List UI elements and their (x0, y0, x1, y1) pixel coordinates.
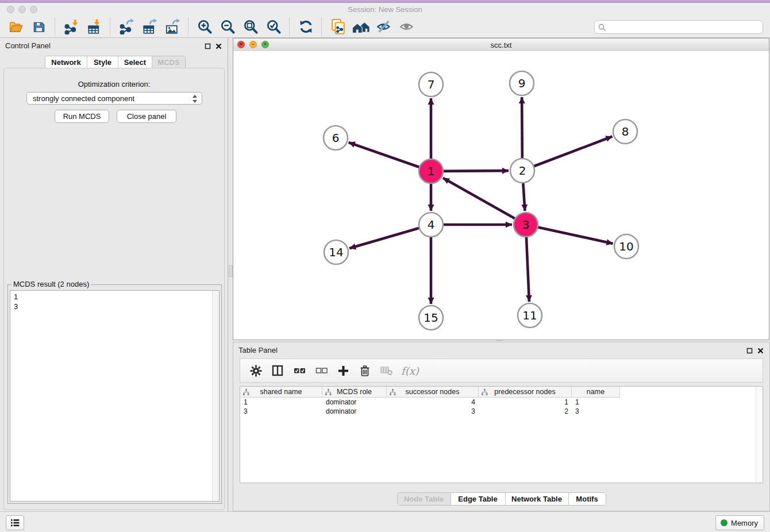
table-cell[interactable]: 4 (387, 398, 479, 407)
table-cell[interactable]: 1 (240, 398, 322, 407)
graph-node-label: 3 (522, 218, 530, 232)
column-header-successor-nodes[interactable]: successor nodes (387, 387, 479, 398)
save-session-button[interactable] (30, 18, 48, 36)
control-panel: Control Panel Network Style Select MCDS … (0, 38, 228, 511)
import-network-button[interactable] (62, 18, 80, 36)
zoom-in-button[interactable] (195, 18, 214, 36)
table-cell[interactable]: dominator (322, 407, 387, 416)
zoom-out-button[interactable] (218, 18, 237, 36)
close-panel-button[interactable] (214, 42, 222, 50)
show-all-button[interactable] (398, 18, 416, 36)
close-icon (757, 348, 764, 354)
network-canvas[interactable]: 7968124314101511 (233, 51, 769, 340)
graph-edge-2-3[interactable] (523, 182, 525, 211)
column-tree-icon (390, 389, 396, 397)
float-panel-button[interactable] (203, 42, 211, 50)
control-panel-header[interactable]: Control Panel (0, 38, 228, 53)
tab-network[interactable]: Network (45, 56, 87, 68)
export-image-button[interactable] (163, 18, 182, 36)
graph-node-label: 14 (329, 245, 343, 259)
table-cell[interactable]: 3 (572, 407, 620, 416)
tab-node-table[interactable]: Node Table (398, 493, 451, 505)
zoom-in-icon (197, 19, 213, 34)
table-panel-tabs: Node Table Edge Table Network Table Moti… (397, 492, 606, 506)
close-panel-button-mcds[interactable]: Close panel (117, 110, 176, 123)
run-mcds-button[interactable]: Run MCDS (55, 110, 109, 123)
table-cell[interactable]: 1 (479, 398, 572, 407)
column-header-shared-name[interactable]: shared name (240, 387, 322, 398)
refresh-view-button[interactable] (297, 18, 315, 36)
float-table-panel-button[interactable] (745, 346, 753, 354)
checked-boxes-icon (294, 365, 306, 376)
select-all-checkboxes-button[interactable] (291, 362, 308, 379)
column-layout-button[interactable] (269, 362, 286, 379)
graph-edge-3-1[interactable] (443, 178, 517, 219)
float-icon (746, 348, 753, 354)
zoom-fit-button[interactable] (241, 18, 260, 36)
task-history-button[interactable] (6, 515, 24, 530)
graph-edge-1-2[interactable] (442, 171, 509, 171)
criterion-select[interactable]: strongly connected component (26, 92, 202, 105)
table-cell[interactable]: 2 (479, 407, 572, 416)
search-input[interactable] (608, 22, 763, 32)
graph-edge-3-11[interactable] (526, 236, 529, 302)
mcds-result-area[interactable]: 1 3 (10, 290, 220, 502)
table-cell[interactable]: 1 (572, 398, 620, 407)
vertical-splitter[interactable] (228, 38, 233, 511)
graph-edge-3-10[interactable] (537, 227, 613, 244)
table-scrollbar[interactable] (756, 387, 763, 483)
delete-column-button[interactable] (356, 362, 374, 379)
result-scrollbar[interactable] (212, 291, 219, 501)
deselect-all-checkboxes-button[interactable] (313, 362, 330, 379)
splitter-grip[interactable] (229, 265, 233, 277)
graph-node-label: 2 (519, 164, 526, 178)
graph-node-label: 6 (332, 131, 340, 145)
table-cell[interactable]: dominator (322, 398, 387, 407)
graph-edge-2-9[interactable] (522, 97, 522, 160)
column-header-predecessor-nodes[interactable]: predecessor nodes (479, 387, 572, 398)
search-field[interactable] (594, 20, 763, 34)
graph-edge-4-14[interactable] (349, 228, 421, 248)
table-cell[interactable]: 3 (240, 407, 322, 416)
plus-icon (337, 365, 349, 377)
first-neighbors-button[interactable] (352, 18, 370, 36)
table-row[interactable]: 3dominator323 (240, 407, 763, 416)
function-builder-button[interactable]: f(x) (401, 365, 419, 377)
column-header-label: successor nodes (406, 388, 460, 396)
zoom-selected-button[interactable] (264, 18, 283, 36)
network-view-window: scc.txt 7968124314101511 (233, 38, 769, 340)
table-settings-button[interactable] (247, 362, 264, 379)
tab-select[interactable]: Select (118, 56, 152, 68)
table-toolbar: f(x) (240, 358, 763, 383)
memory-button[interactable]: Memory (715, 515, 764, 530)
column-header-name[interactable]: name (572, 387, 620, 398)
export-table-icon (142, 19, 157, 34)
add-column-button[interactable] (334, 362, 352, 379)
clone-network-button[interactable] (329, 18, 347, 36)
column-header-MCDS-role[interactable]: MCDS role (322, 387, 387, 398)
tab-style[interactable]: Style (87, 56, 118, 68)
control-panel-title: Control Panel (5, 41, 51, 50)
table-row[interactable]: 1dominator411 (240, 398, 763, 407)
table-cell[interactable]: 3 (387, 407, 479, 416)
tab-edge-table[interactable]: Edge Table (451, 493, 506, 505)
tab-network-table[interactable]: Network Table (506, 493, 569, 505)
tab-motifs[interactable]: Motifs (569, 493, 606, 505)
open-session-button[interactable] (7, 18, 25, 36)
graph-edge-2-8[interactable] (533, 137, 613, 167)
main-toolbar (0, 16, 770, 38)
export-table-button[interactable] (140, 18, 159, 36)
table-panel-header[interactable]: Table Panel (233, 342, 769, 357)
control-panel-tabs: Network Style Select MCDS (45, 56, 186, 69)
hide-selected-button[interactable] (375, 18, 393, 36)
export-image-icon (165, 19, 180, 34)
mcds-result-text: 1 3 (14, 292, 18, 311)
import-table-button[interactable] (85, 18, 103, 36)
network-window-titlebar[interactable]: scc.txt (233, 38, 769, 52)
delete-table-button[interactable] (378, 362, 395, 379)
graph-edge-1-6[interactable] (349, 142, 421, 168)
tab-mcds[interactable]: MCDS (152, 56, 185, 68)
export-network-button[interactable] (117, 18, 136, 36)
close-table-panel-button[interactable] (756, 346, 764, 354)
network-graph[interactable]: 7968124314101511 (233, 51, 769, 340)
